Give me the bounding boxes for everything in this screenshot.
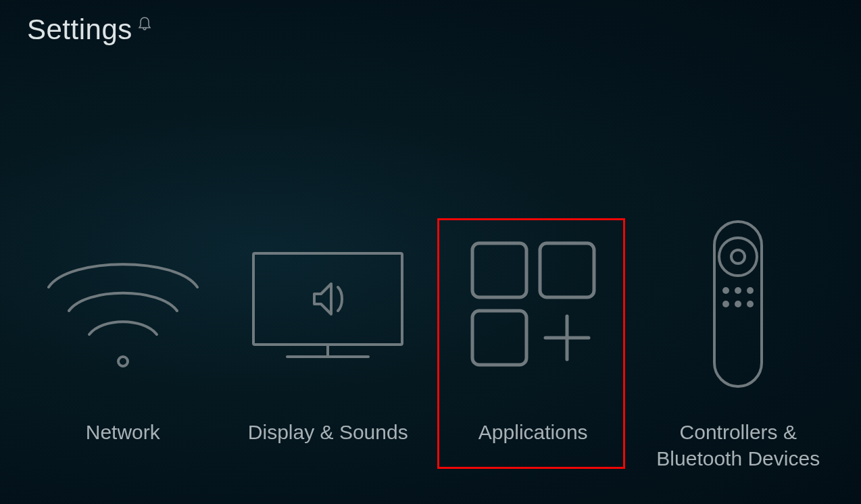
svg-point-10 [719,238,757,276]
tile-display-sounds[interactable]: Display & Sounds [226,223,429,445]
applications-icon [462,223,604,385]
settings-tiles-row: Network Display & Sounds [0,223,861,472]
tile-label-network: Network [86,419,160,445]
svg-point-16 [735,301,741,307]
svg-rect-5 [540,243,594,297]
wifi-icon [42,223,204,385]
svg-point-14 [747,287,754,294]
tile-label-display-sounds: Display & Sounds [248,419,408,445]
tile-controllers-bluetooth[interactable]: Controllers & Bluetooth Devices [637,223,839,472]
svg-point-12 [722,287,729,294]
display-sounds-icon [240,223,416,385]
tile-label-applications: Applications [478,419,588,445]
bell-icon[interactable] [138,16,151,31]
svg-rect-1 [253,253,402,345]
tile-network[interactable]: Network [22,223,224,445]
page-title: Settings [27,14,132,46]
svg-rect-4 [472,243,526,297]
tile-applications[interactable]: Applications [432,223,635,445]
svg-point-15 [722,301,729,307]
header: Settings [0,0,861,59]
remote-icon [697,223,779,385]
tile-label-controllers-bluetooth: Controllers & Bluetooth Devices [637,419,839,472]
svg-point-17 [747,301,754,307]
svg-point-0 [118,357,128,366]
svg-rect-6 [472,311,526,365]
svg-point-11 [731,250,745,263]
svg-point-13 [735,287,741,294]
